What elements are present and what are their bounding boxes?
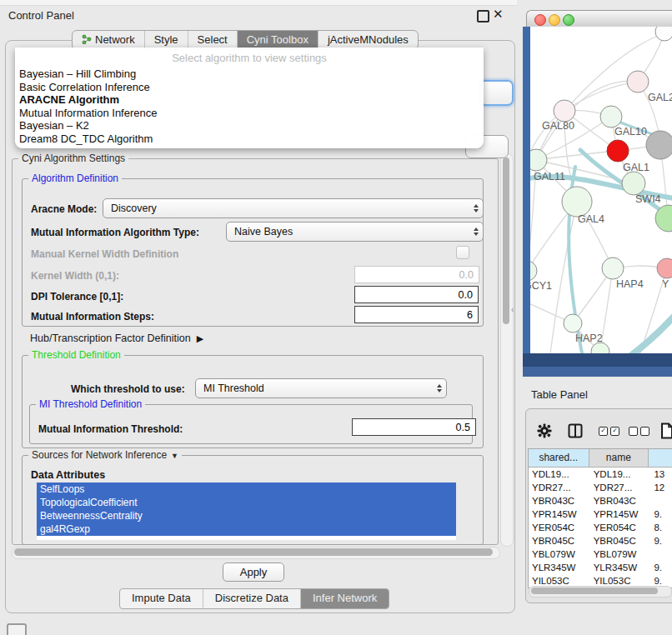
table-cell[interactable]: 8. bbox=[649, 521, 672, 534]
table-cell[interactable]: YBR045C bbox=[529, 534, 589, 548]
table-row[interactable]: YER054CYER054C8. bbox=[529, 521, 672, 534]
settings-horizontal-scrollbar[interactable] bbox=[12, 547, 500, 559]
table-cell[interactable]: YDR27... bbox=[589, 481, 650, 494]
bottom-corner-widget[interactable] bbox=[7, 623, 27, 635]
network-node-gal11[interactable] bbox=[530, 149, 547, 171]
settings-vertical-scrollbar[interactable] bbox=[500, 153, 514, 547]
split-columns-icon[interactable] bbox=[568, 423, 583, 438]
table-cell[interactable]: YDL19... bbox=[529, 468, 589, 481]
network-node-gal10[interactable] bbox=[600, 106, 622, 128]
which-threshold-combobox[interactable]: MI Threshold bbox=[195, 378, 447, 398]
column-header-shared-name[interactable]: shared... bbox=[529, 449, 589, 467]
mi-steps-field[interactable]: 6 bbox=[354, 306, 479, 323]
aracne-mode-combobox[interactable]: Discovery bbox=[103, 198, 484, 218]
network-window-titlebar[interactable] bbox=[526, 10, 672, 28]
hub-transcription-factor-expander[interactable]: Hub/Transcription Factor Definition▶ bbox=[30, 332, 203, 344]
tab-cyni-toolbox[interactable]: Cyni Toolbox bbox=[238, 31, 318, 49]
zoom-traffic-light-icon[interactable] bbox=[563, 14, 574, 26]
table-cell[interactable]: YBL079W bbox=[529, 548, 589, 561]
table-cell[interactable]: 13 bbox=[649, 468, 672, 481]
column-header-name[interactable]: name bbox=[589, 449, 649, 467]
network-node[interactable] bbox=[646, 131, 672, 159]
tab-impute-data[interactable]: Impute Data bbox=[120, 589, 203, 608]
table-cell[interactable] bbox=[649, 548, 672, 561]
list-item-selected[interactable]: SelfLoops bbox=[37, 482, 456, 496]
network-node-gal4[interactable] bbox=[562, 187, 592, 217]
table-cell[interactable]: 12 bbox=[649, 481, 672, 494]
tab-jactivemnodules[interactable]: jActiveMNodules bbox=[318, 31, 418, 49]
network-edge[interactable] bbox=[625, 317, 672, 353]
network-edge[interactable] bbox=[536, 151, 618, 160]
table-cell[interactable]: 9. bbox=[649, 561, 672, 574]
network-node-hap4[interactable] bbox=[602, 258, 624, 279]
table-cell[interactable]: YBL079W bbox=[589, 548, 650, 561]
scrollbar-thumb[interactable] bbox=[531, 588, 658, 594]
dropdown-item[interactable]: Bayesian – Hill Climbing bbox=[15, 68, 484, 81]
table-cell[interactable] bbox=[649, 494, 672, 508]
network-edge[interactable] bbox=[564, 82, 638, 111]
mi-threshold-field[interactable]: 0.5 bbox=[352, 418, 476, 436]
network-canvas[interactable]: GAL2GAL80GAL10GAL1GAL11SWI4GAL4GCY1HAP4Y… bbox=[530, 27, 672, 353]
mi-algorithm-type-combobox[interactable]: Naive Bayes bbox=[226, 222, 484, 242]
network-node-hap2[interactable] bbox=[564, 314, 582, 332]
table-row[interactable]: YBR045CYBR045C9. bbox=[529, 534, 672, 548]
table-cell[interactable]: YPR145W bbox=[589, 508, 650, 521]
gear-icon[interactable] bbox=[537, 423, 552, 438]
table-cell[interactable]: YLR345W bbox=[589, 561, 650, 574]
table-cell[interactable]: YER054C bbox=[529, 521, 589, 534]
list-item-selected[interactable]: BetweennessCentrality bbox=[37, 509, 456, 522]
float-panel-icon[interactable] bbox=[477, 10, 489, 22]
list-item-selected[interactable]: gal4RGexp bbox=[37, 522, 456, 536]
dropdown-item[interactable]: Bayesian – K2 bbox=[15, 119, 484, 132]
table-cell[interactable]: YBR043C bbox=[589, 494, 650, 508]
apply-button[interactable]: Apply bbox=[223, 562, 284, 582]
dropdown-item[interactable]: Mutual Information Inference bbox=[15, 107, 484, 120]
table-cell[interactable]: YLR345W bbox=[529, 561, 589, 574]
network-node-swi4[interactable] bbox=[622, 172, 645, 195]
list-item-selected[interactable]: TopologicalCoefficient bbox=[37, 496, 456, 509]
table-cell[interactable]: YDR27... bbox=[529, 481, 589, 494]
select-all-columns-icon[interactable]: ✓✓ bbox=[599, 427, 622, 442]
table-row[interactable]: YBL079WYBL079W bbox=[529, 548, 672, 561]
table-horizontal-scrollbar[interactable] bbox=[529, 586, 672, 598]
tab-select[interactable]: Select bbox=[188, 31, 238, 49]
splitter-collapse-icon[interactable]: ‹ bbox=[511, 305, 514, 314]
dropdown-item-highlighted[interactable]: ARACNE Algorithm bbox=[15, 93, 484, 107]
table-row[interactable]: YDR27...YDR27...12 bbox=[529, 481, 672, 494]
new-table-icon[interactable] bbox=[660, 422, 672, 439]
tab-discretize-data[interactable]: Discretize Data bbox=[203, 589, 301, 608]
close-panel-icon[interactable]: ✕ bbox=[493, 7, 504, 22]
network-node-gal80[interactable] bbox=[554, 100, 575, 122]
table-cell[interactable]: 9. bbox=[649, 508, 672, 521]
sources-title[interactable]: Sources for Network Inference▼ bbox=[28, 449, 182, 461]
column-header-partial[interactable] bbox=[649, 449, 672, 467]
scrollbar-thumb[interactable] bbox=[503, 158, 509, 324]
tab-style[interactable]: Style bbox=[145, 31, 188, 49]
close-traffic-light-icon[interactable] bbox=[534, 14, 546, 26]
table-cell[interactable]: 9. bbox=[649, 534, 672, 548]
table-row[interactable]: YPR145WYPR145W9. bbox=[529, 508, 672, 521]
network-node-gcy1[interactable] bbox=[530, 261, 537, 281]
manual-kernel-width-checkbox[interactable] bbox=[456, 246, 469, 259]
table-cell[interactable]: YDL19... bbox=[589, 468, 650, 481]
dropdown-item[interactable]: Basic Correlation Inference bbox=[15, 81, 484, 94]
network-node[interactable] bbox=[655, 27, 672, 41]
table-row[interactable]: YDL19...YDL19...13 bbox=[529, 468, 672, 481]
tab-infer-network[interactable]: Infer Network bbox=[301, 589, 389, 608]
table-cell[interactable]: YBR043C bbox=[529, 494, 589, 508]
table-cell[interactable]: YBR045C bbox=[589, 534, 650, 548]
table-cell[interactable]: YPR145W bbox=[529, 508, 589, 521]
table-row[interactable]: YBR043CYBR043C bbox=[529, 494, 672, 508]
table-row[interactable]: YLR345WYLR345W9. bbox=[529, 561, 672, 574]
scrollbar-thumb[interactable] bbox=[14, 548, 493, 556]
network-node-y[interactable] bbox=[657, 258, 672, 278]
data-attributes-list[interactable]: SelfLoops TopologicalCoefficient Between… bbox=[37, 482, 456, 540]
network-node-gal1[interactable] bbox=[607, 140, 629, 162]
dpi-tolerance-field[interactable]: 0.0 bbox=[354, 286, 479, 303]
table-cell[interactable]: YER054C bbox=[589, 521, 650, 534]
dropdown-item[interactable]: Dream8 DC_TDC Algorithm bbox=[15, 132, 484, 146]
minimize-traffic-light-icon[interactable] bbox=[549, 14, 560, 26]
tab-network[interactable]: Network bbox=[73, 31, 145, 49]
network-node-gal2[interactable] bbox=[627, 71, 649, 92]
deselect-all-columns-icon[interactable] bbox=[629, 427, 652, 442]
